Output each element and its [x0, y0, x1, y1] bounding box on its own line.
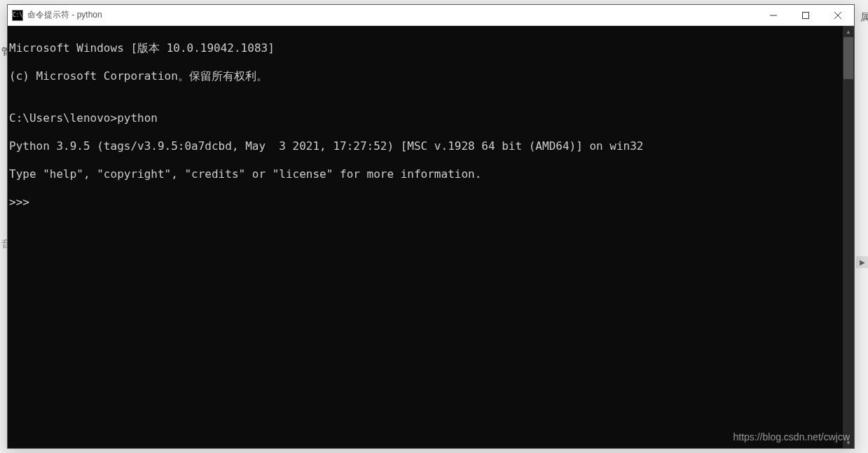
terminal-line: C:\Users\lenovo>python [9, 111, 843, 125]
cmd-icon: C:\ [12, 10, 23, 21]
bg-scroll-arrow: ▶ [856, 256, 868, 268]
titlebar[interactable]: C:\ 命令提示符 - python [8, 5, 854, 26]
terminal-line: Python 3.9.5 (tags/v3.9.5:0a7dcbd, May 3… [9, 139, 843, 153]
svg-rect-1 [803, 12, 809, 18]
scrollbar-up-icon[interactable]: ▲ [843, 26, 854, 37]
command-prompt-window: C:\ 命令提示符 - python Microsoft Windows [版本… [7, 4, 855, 449]
minimize-button[interactable] [757, 5, 790, 25]
terminal-line: (c) Microsoft Corporation。保留所有权利。 [9, 69, 843, 83]
scrollbar-thumb[interactable] [843, 37, 853, 79]
window-title: 命令提示符 - python [27, 9, 757, 21]
terminal-output[interactable]: Microsoft Windows [版本 10.0.19042.1083] (… [8, 26, 843, 448]
terminal-area: Microsoft Windows [版本 10.0.19042.1083] (… [8, 26, 854, 448]
window-controls [757, 5, 854, 25]
close-button[interactable] [822, 5, 854, 25]
terminal-line: Type "help", "copyright", "credits" or "… [9, 167, 843, 181]
maximize-button[interactable] [790, 5, 822, 25]
vertical-scrollbar[interactable]: ▲ ▼ [843, 26, 854, 448]
terminal-prompt: >>> [9, 195, 843, 209]
terminal-line: Microsoft Windows [版本 10.0.19042.1083] [9, 41, 843, 55]
watermark-text: https://blog.csdn.net/cwjcw [733, 431, 850, 442]
bg-text: 属 [860, 11, 868, 24]
